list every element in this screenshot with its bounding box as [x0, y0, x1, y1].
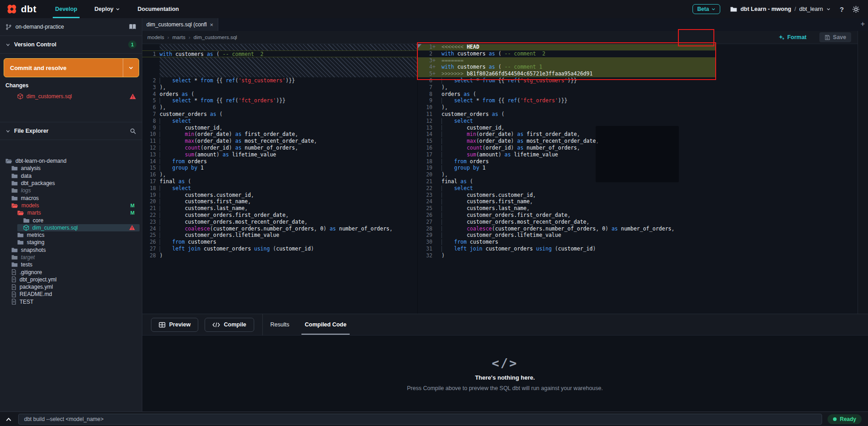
commit-dropdown-toggle[interactable] — [123, 59, 139, 77]
code-line[interactable]: 22 customer_orders.first_order_date, — [142, 212, 417, 219]
tree-item-marts[interactable]: martsM — [0, 209, 142, 216]
code-line[interactable]: 2 select * from {{ ref('stg_customers')}… — [142, 77, 417, 84]
tree-item-metrics[interactable]: metrics — [0, 231, 142, 239]
code-line[interactable]: 9 customer_id, — [142, 125, 417, 131]
tree-item-readme-md[interactable]: README.md — [0, 291, 142, 298]
tree-item-dim-customers-sql[interactable]: dim_customers.sql — [17, 224, 140, 231]
code-line[interactable]: 13 customer_id, — [418, 125, 858, 131]
tree-item-test[interactable]: TEST — [0, 298, 142, 306]
tree-item--gitignore[interactable]: .gitignore — [0, 268, 142, 276]
code-line[interactable]: 6), — [142, 104, 417, 111]
diff-pane-current[interactable]: 1with customers as ( -- comment 22 selec… — [142, 44, 417, 314]
code-line[interactable]: 15 max(order_date) as most_recent_order_… — [418, 138, 858, 145]
code-line[interactable]: 21 customers.last_name, — [142, 205, 417, 212]
code-line[interactable]: 16 count(order_id) as number_of_orders, — [418, 145, 858, 151]
code-line[interactable]: 4+with customers as ( -- comment 1 — [418, 64, 715, 70]
code-line[interactable]: 23 customers.customer_id, — [418, 192, 858, 199]
tree-item-staging[interactable]: staging — [0, 239, 142, 246]
code-line[interactable]: 23 customer_orders.most_recent_order_dat… — [142, 219, 417, 226]
chevron-up-icon[interactable] — [5, 417, 12, 422]
code-line[interactable]: 21final as ( — [418, 178, 858, 185]
tree-item-dbt-project-yml[interactable]: dbt_project.yml — [0, 276, 142, 283]
code-line[interactable]: 32) — [418, 252, 858, 259]
code-line[interactable]: 12 count(order_id) as number_of_orders, — [142, 145, 417, 151]
help-icon[interactable]: ? — [840, 5, 844, 13]
tree-item-data[interactable]: data — [0, 172, 142, 180]
code-line[interactable]: 14 min(order_date) as first_order_date, — [418, 131, 858, 138]
tree-item-dbt-learn-on-demand[interactable]: dbt-learn-on-demand — [0, 157, 142, 165]
code-line[interactable]: 3), — [142, 84, 417, 91]
code-line[interactable]: 24 customers.first_name, — [418, 198, 858, 205]
code-line[interactable]: 3+======= — [418, 57, 715, 64]
compile-button[interactable]: Compile — [205, 318, 254, 332]
code-line[interactable]: 9 select * from {{ ref('fct_orders')}} — [418, 97, 858, 104]
code-line[interactable]: 20 customers.first_name, — [142, 198, 417, 205]
nav-documentation[interactable]: Documentation — [129, 0, 187, 18]
code-line[interactable]: 26 from customers — [142, 239, 417, 246]
code-line[interactable]: 5+>>>>>>> b81f802a66fd544504c65721e3ffaa… — [418, 70, 715, 77]
tab-compiled-code[interactable]: Compiled Code — [297, 314, 354, 336]
tree-item-packages-yml[interactable]: packages.yml — [0, 283, 142, 291]
code-line[interactable]: 13 sum(amount) as lifetime_value — [142, 151, 417, 158]
search-icon[interactable] — [130, 128, 136, 135]
code-line[interactable]: 1+<<<<<<< HEAD — [418, 44, 715, 50]
code-line[interactable]: 20), — [418, 171, 858, 178]
code-line[interactable]: 11 max(order_date) as most_recent_order_… — [142, 138, 417, 145]
save-button[interactable]: Save — [819, 32, 851, 42]
code-line[interactable]: 7customer_orders as ( — [142, 111, 417, 118]
code-line[interactable]: 4orders as ( — [142, 91, 417, 98]
code-line[interactable]: 25 customer_orders.lifetime_value — [142, 232, 417, 239]
code-line[interactable]: 18 select — [142, 185, 417, 192]
tree-item-core[interactable]: core — [0, 216, 142, 224]
code-line[interactable]: 24 coalesce(customer_orders.number_of_or… — [142, 226, 417, 232]
tree-item-dbt-packages[interactable]: dbt_packages — [0, 180, 142, 187]
file-explorer-header[interactable]: File Explorer — [0, 122, 142, 140]
tree-item-analysis[interactable]: analysis — [0, 165, 142, 172]
code-line[interactable]: 25 customers.last_name, — [418, 205, 858, 212]
code-line[interactable]: 31 left join customer_orders using (cust… — [418, 246, 858, 252]
code-line[interactable]: 15 group by 1 — [142, 165, 417, 171]
code-line[interactable]: 2with customers as ( -- comment 2 — [418, 50, 858, 57]
tree-item-snapshots[interactable]: snapshots — [0, 246, 142, 254]
code-line[interactable]: 8orders as ( — [418, 91, 858, 98]
dbt-logo[interactable]: dbt — [0, 4, 46, 15]
changed-file-row[interactable]: dim_customers.sql — [0, 92, 142, 101]
project-selector[interactable]: dbt Learn - mwong / dbt_learn — [730, 6, 830, 12]
tab-results[interactable]: Results — [263, 314, 297, 336]
code-line[interactable]: 27 customer_orders.most_recent_order_dat… — [418, 219, 858, 226]
code-line[interactable]: 10), — [418, 104, 858, 111]
tab-dim-customers[interactable]: dim_customers.sql (confli... × — [142, 18, 218, 31]
new-tab-icon[interactable]: + — [861, 20, 865, 28]
code-line[interactable]: 8 select — [142, 118, 417, 125]
code-line[interactable]: 29 customer_orders.lifetime_value — [418, 232, 858, 239]
version-control-header[interactable]: Version Control 1 — [0, 36, 142, 54]
code-line[interactable]: 19 customers.customer_id, — [142, 192, 417, 199]
code-line[interactable]: 7), — [418, 84, 858, 91]
tree-item-target[interactable]: target — [0, 254, 142, 261]
docs-book-icon[interactable] — [129, 24, 136, 30]
tree-item-models[interactable]: modelsM — [0, 202, 142, 209]
merge-diff-editor[interactable]: 1with customers as ( -- comment 22 selec… — [142, 44, 858, 314]
tree-item-macros[interactable]: macros — [0, 194, 142, 201]
code-line[interactable]: 22 select — [418, 185, 858, 192]
code-line[interactable]: 1with customers as ( -- comment 2 — [142, 50, 417, 57]
diff-pane-incoming[interactable]: 1+<<<<<<< HEAD2with customers as ( -- co… — [417, 44, 858, 314]
code-line[interactable]: 28 coalesce(customer_orders.number_of_or… — [418, 226, 858, 232]
code-line[interactable]: 12 select — [418, 118, 858, 125]
code-line[interactable]: 11customer_orders as ( — [418, 111, 858, 118]
code-line[interactable]: 27 left join customer_orders using (cust… — [142, 246, 417, 252]
gear-icon[interactable] — [852, 5, 860, 13]
code-line[interactable]: 30 from customers — [418, 239, 858, 246]
code-line[interactable]: 26 customer_orders.first_order_date, — [418, 212, 858, 219]
code-line[interactable]: 28) — [142, 252, 417, 259]
code-line[interactable]: 17 sum(amount) as lifetime_value — [418, 151, 858, 158]
preview-button[interactable]: Preview — [151, 318, 198, 332]
code-line[interactable]: 14 from orders — [142, 158, 417, 165]
code-line[interactable]: 10 min(order_date) as first_order_date, — [142, 131, 417, 138]
beta-dropdown[interactable]: Beta — [692, 4, 720, 14]
branch-row[interactable]: on-demand-practice — [0, 18, 142, 36]
close-icon[interactable]: × — [210, 21, 213, 28]
commit-and-resolve-button[interactable]: Commit and resolve — [4, 58, 139, 77]
nav-deploy[interactable]: Deploy — [86, 0, 129, 18]
code-line[interactable]: 19 group by 1 — [418, 165, 858, 171]
